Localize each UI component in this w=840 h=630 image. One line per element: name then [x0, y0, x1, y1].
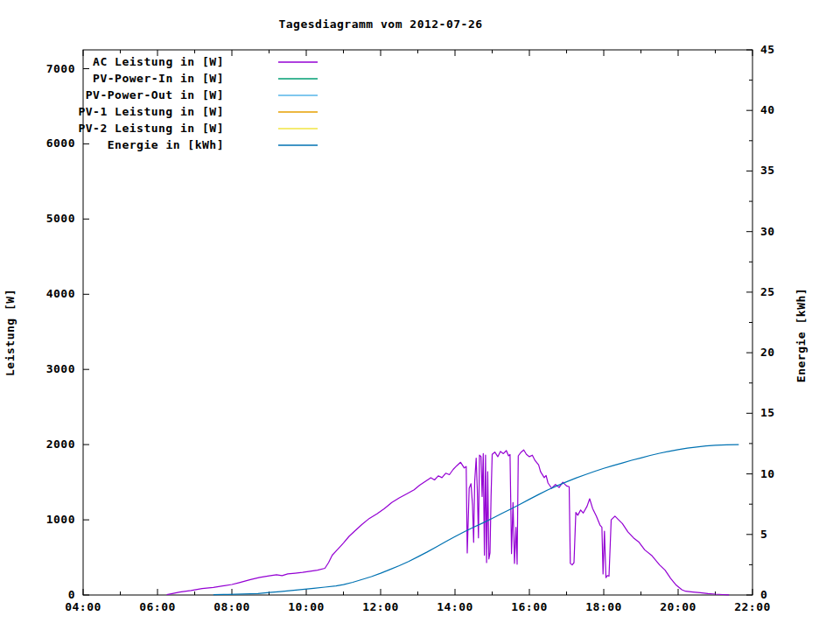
y-right-tick-label: 40	[760, 103, 775, 116]
x-tick-label: 18:00	[585, 600, 622, 613]
y-right-tick-label: 15	[760, 406, 775, 419]
legend-label: PV-Power-In in [W]	[93, 72, 224, 85]
y-right-tick-label: 20	[760, 346, 775, 359]
x-tick-label: 08:00	[214, 600, 250, 613]
y-right-tick-label: 35	[760, 164, 775, 177]
y-right-tick-label: 5	[760, 528, 767, 541]
legend-label: PV-Power-Out in [W]	[86, 88, 224, 102]
chart-generated-content: 04:0006:0008:0010:0012:0014:0016:0018:00…	[46, 43, 775, 613]
right-axis-title: Energie [kWh]	[794, 288, 808, 382]
y-right-tick-label: 45	[760, 43, 775, 56]
x-tick-label: 10:00	[288, 600, 325, 613]
x-tick-label: 14:00	[437, 600, 473, 613]
x-tick-label: 20:00	[660, 600, 696, 613]
y-right-tick-label: 0	[760, 588, 767, 601]
x-tick-label: 04:00	[65, 600, 102, 613]
legend-label: Energie in [kWh]	[108, 138, 224, 151]
y-right-tick-label: 10	[760, 467, 775, 480]
y-right-tick-label: 30	[760, 225, 775, 238]
daily-diagram-page: Tagesdiagramm vom 2012-07-26 Leistung [W…	[0, 0, 840, 630]
y-left-tick-label: 3000	[46, 362, 75, 375]
y-left-tick-label: 1000	[46, 513, 75, 526]
chart-title: Tagesdiagramm vom 2012-07-26	[278, 18, 482, 31]
y-left-tick-label: 7000	[46, 62, 75, 75]
daily-diagram-chart: Tagesdiagramm vom 2012-07-26 Leistung [W…	[0, 0, 840, 630]
y-right-tick-label: 25	[760, 285, 775, 298]
y-left-tick-label: 2000	[46, 438, 75, 451]
y-left-tick-label: 6000	[46, 136, 75, 150]
x-tick-label: 16:00	[511, 600, 548, 613]
legend-label: AC Leistung in [W]	[93, 55, 224, 68]
legend-label: PV-1 Leistung in [W]	[78, 105, 224, 118]
x-tick-label: 06:00	[139, 600, 176, 613]
left-axis-title: Leistung [W]	[4, 289, 17, 376]
x-tick-label: 22:00	[734, 600, 771, 613]
legend-label: PV-2 Leistung in [W]	[78, 122, 224, 135]
y-left-tick-label: 5000	[46, 212, 75, 225]
y-left-tick-label: 4000	[46, 287, 75, 300]
x-tick-label: 12:00	[362, 600, 399, 613]
y-left-tick-label: 0	[68, 588, 75, 601]
series-line	[167, 450, 730, 595]
